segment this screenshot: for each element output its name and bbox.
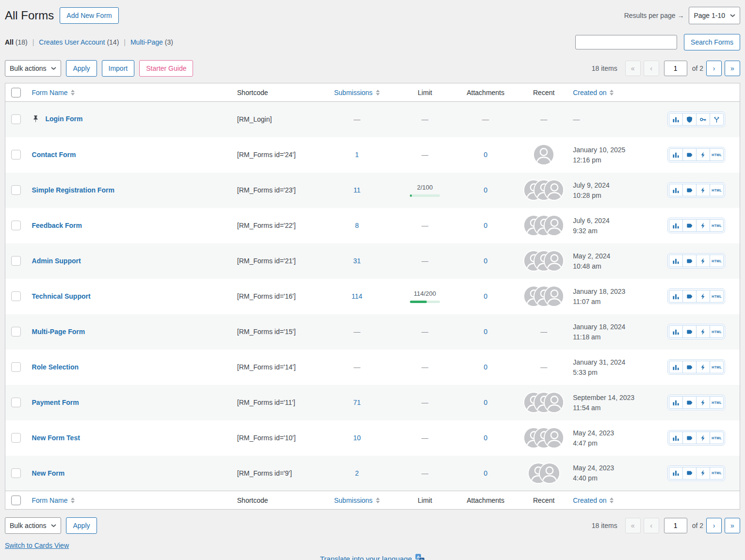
last-page-button[interactable]: » (725, 61, 740, 76)
split-arrows-icon[interactable] (710, 113, 724, 126)
bolt-icon[interactable] (696, 396, 710, 409)
row-checkbox[interactable] (11, 150, 21, 160)
submissions-value[interactable]: 114 (352, 292, 362, 300)
form-name-link[interactable]: Admin Support (32, 257, 81, 265)
row-checkbox[interactable] (11, 221, 21, 230)
attachments-value[interactable]: 0 (484, 222, 487, 229)
bar-chart-icon[interactable] (669, 219, 683, 232)
attachments-value[interactable]: 0 (484, 363, 487, 371)
first-page-button-bottom[interactable]: « (625, 518, 641, 533)
shield-icon[interactable] (682, 113, 696, 126)
html-icon[interactable]: HTML (710, 361, 724, 373)
bolt-icon[interactable] (696, 361, 710, 373)
next-page-button[interactable]: › (706, 61, 722, 76)
sort-submissions-footer[interactable]: Submissions (334, 496, 380, 504)
attachments-value[interactable]: 0 (484, 186, 487, 194)
submissions-value[interactable]: 71 (353, 399, 361, 406)
bolt-icon[interactable] (696, 432, 710, 444)
submissions-value[interactable]: 10 (353, 434, 361, 442)
sort-created-on-footer[interactable]: Created on (573, 496, 614, 504)
form-name-link[interactable]: Multi-Page Form (32, 328, 85, 336)
select-all-checkbox[interactable] (11, 88, 21, 97)
row-checkbox[interactable] (11, 256, 21, 266)
translate-link[interactable]: Translate into your language (320, 555, 412, 560)
bolt-icon[interactable] (696, 325, 710, 338)
submissions-value[interactable]: 8 (355, 222, 359, 229)
tag-icon[interactable] (682, 290, 696, 303)
form-name-link[interactable]: Payment Form (32, 399, 79, 406)
sort-form-name[interactable]: Form Name (32, 89, 75, 96)
sort-created-on[interactable]: Created on (573, 89, 614, 96)
bar-chart-icon[interactable] (669, 396, 683, 409)
html-icon[interactable]: HTML (710, 255, 724, 267)
search-forms-button[interactable]: Search Forms (684, 34, 740, 50)
starter-guide-button[interactable]: Starter Guide (139, 60, 193, 77)
sort-submissions[interactable]: Submissions (334, 89, 380, 96)
bar-chart-icon[interactable] (669, 148, 683, 161)
bolt-icon[interactable] (696, 219, 710, 232)
tag-icon[interactable] (682, 361, 696, 373)
row-checkbox[interactable] (11, 468, 21, 478)
html-icon[interactable]: HTML (710, 290, 724, 303)
filter-all[interactable]: All (5, 38, 14, 46)
switch-to-cards-view-link[interactable]: Switch to Cards View (5, 542, 69, 549)
bolt-icon[interactable] (696, 290, 710, 303)
form-name-link[interactable]: Simple Registration Form (32, 186, 114, 194)
bar-chart-icon[interactable] (669, 432, 683, 444)
bolt-icon[interactable] (696, 148, 710, 161)
next-page-button-bottom[interactable]: › (706, 518, 722, 533)
html-icon[interactable]: HTML (710, 467, 724, 480)
row-checkbox[interactable] (11, 114, 21, 124)
select-all-checkbox-footer[interactable] (11, 496, 21, 505)
submissions-value[interactable]: 11 (354, 186, 361, 194)
form-name-link[interactable]: Contact Form (32, 151, 76, 159)
html-icon[interactable]: HTML (710, 148, 724, 161)
form-name-link[interactable]: Feedback Form (32, 222, 82, 229)
row-checkbox[interactable] (11, 362, 21, 372)
attachments-value[interactable]: 0 (484, 434, 487, 442)
row-checkbox[interactable] (11, 185, 21, 195)
current-page-input-bottom[interactable] (664, 518, 687, 533)
key-icon[interactable] (696, 113, 710, 126)
bulk-actions-select-bottom[interactable]: Bulk actions (5, 517, 61, 534)
bar-chart-icon[interactable] (669, 290, 683, 303)
tag-icon[interactable] (682, 396, 696, 409)
tag-icon[interactable] (682, 255, 696, 267)
form-name-link[interactable]: Technical Support (32, 292, 91, 300)
apply-button-top[interactable]: Apply (66, 60, 97, 77)
tag-icon[interactable] (682, 467, 696, 480)
html-icon[interactable]: HTML (710, 396, 724, 409)
form-name-link[interactable]: New Form Test (32, 434, 80, 442)
form-name-link[interactable]: Login Form (45, 115, 82, 123)
row-checkbox[interactable] (11, 291, 21, 301)
attachments-value[interactable]: 0 (484, 469, 487, 477)
current-page-input[interactable] (664, 61, 687, 76)
tag-icon[interactable] (682, 432, 696, 444)
attachments-value[interactable]: 0 (484, 151, 487, 159)
bulk-actions-select-top[interactable]: Bulk actions (5, 60, 61, 77)
row-checkbox[interactable] (11, 327, 21, 336)
bolt-icon[interactable] (696, 467, 710, 480)
bar-chart-icon[interactable] (669, 184, 683, 196)
html-icon[interactable]: HTML (710, 325, 724, 338)
filter-multi-page[interactable]: Multi-Page (130, 38, 163, 46)
html-icon[interactable]: HTML (710, 184, 724, 196)
bolt-icon[interactable] (696, 255, 710, 267)
add-new-form-button[interactable]: Add New Form (60, 7, 118, 24)
bolt-icon[interactable] (696, 184, 710, 196)
attachments-value[interactable]: 0 (484, 257, 487, 265)
bar-chart-icon[interactable] (669, 255, 683, 267)
bar-chart-icon[interactable] (669, 361, 683, 373)
row-checkbox[interactable] (11, 433, 21, 443)
last-page-button-bottom[interactable]: » (725, 518, 740, 533)
attachments-value[interactable]: 0 (484, 328, 487, 336)
tag-icon[interactable] (682, 148, 696, 161)
prev-page-button[interactable]: ‹ (644, 61, 659, 76)
form-name-link[interactable]: New Form (32, 469, 65, 477)
form-name-link[interactable]: Role Selection (32, 363, 79, 371)
translate-icon[interactable]: A文 (415, 554, 425, 560)
row-checkbox[interactable] (11, 398, 21, 407)
prev-page-button-bottom[interactable]: ‹ (644, 518, 659, 533)
search-input[interactable] (575, 35, 677, 49)
submissions-value[interactable]: 31 (353, 257, 361, 265)
